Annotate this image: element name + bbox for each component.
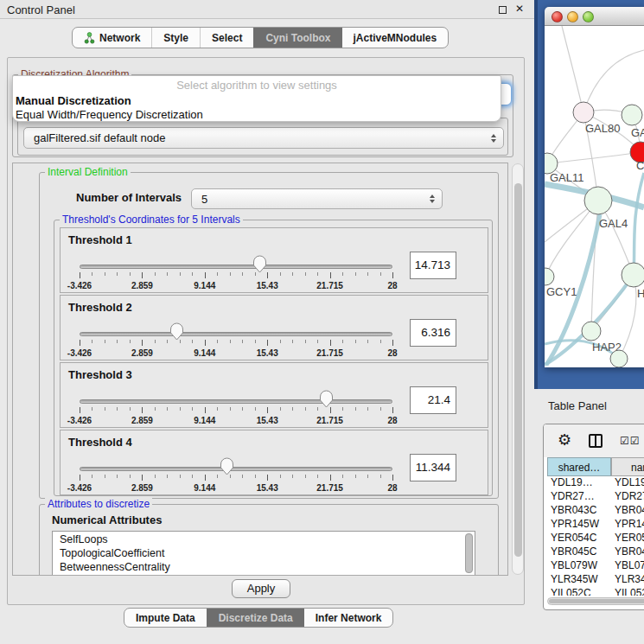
columns-icon[interactable] [589, 434, 603, 448]
float-window-icon[interactable] [499, 6, 507, 14]
tick-label: 21.715 [309, 281, 351, 290]
network-window-titlebar[interactable] [545, 7, 644, 26]
threshold-4-slider-thumb[interactable] [220, 457, 234, 475]
minor-tick [380, 272, 381, 276]
network-node-gcy1[interactable] [545, 268, 554, 285]
threshold-3-slider-track[interactable] [80, 399, 392, 404]
minor-tick [230, 272, 231, 276]
threshold-2-value-field[interactable]: 6.316 [410, 319, 456, 347]
table-row[interactable]: YDR27…YDR27… [544, 490, 644, 504]
tab-style[interactable]: Style [151, 28, 200, 48]
cell-shared-name: YDL19… [551, 476, 593, 488]
network-node[interactable] [610, 350, 628, 367]
cell-name: YDR27… [615, 490, 644, 502]
network-node-h[interactable] [622, 263, 644, 287]
tick-label: 21.715 [309, 416, 351, 425]
minor-tick [367, 407, 368, 411]
major-tick [142, 340, 143, 346]
algorithm-option-1[interactable]: Manual Discretization [16, 94, 131, 107]
table-row[interactable]: YBR045CYBR045C [544, 545, 644, 559]
threshold-1-slider-track[interactable] [80, 265, 392, 269]
table-row[interactable]: YDL19…YDL19… [544, 476, 644, 490]
tick-label: 2.859 [121, 281, 163, 290]
gear-icon[interactable]: ⚙ [558, 431, 571, 449]
cell-shared-name: YBR043C [551, 504, 596, 516]
attribute-list-item[interactable]: BetweennessCentrality [60, 561, 170, 573]
tab-cyni-toolbox[interactable]: Cyni Toolbox [253, 28, 341, 48]
threshold-2-slider-thumb[interactable] [169, 322, 184, 341]
network-node-ga[interactable] [622, 105, 642, 125]
network-node-gal4[interactable] [584, 187, 612, 214]
minor-tick [167, 272, 168, 276]
tab-select[interactable]: Select [200, 28, 253, 48]
column-header-shared-name[interactable]: shared… [547, 457, 611, 476]
threshold-4-slider-track[interactable] [80, 467, 392, 471]
threshold-1-value-field[interactable]: 14.713 [410, 252, 456, 279]
major-tick [142, 475, 143, 481]
minor-tick [217, 272, 218, 276]
table-row[interactable]: YBL079WYBL079W [544, 559, 644, 573]
numerical-attributes-list[interactable]: SelfLoopsTopologicalCoefficientBetweenne… [52, 531, 475, 576]
network-canvas[interactable]: GAL80GACGAL11GAL4GCY1HHAP2 [545, 26, 644, 367]
cell-name: YPR145W [615, 518, 644, 530]
close-icon[interactable]: ✕ [515, 3, 524, 15]
minimize-traffic-light-icon[interactable] [567, 11, 578, 22]
table-hscrollbar-thumb[interactable] [549, 599, 644, 603]
control-panel-titlebar: Control Panel ✕ [0, 0, 534, 19]
minor-tick [130, 475, 131, 478]
minor-tick [180, 340, 181, 343]
table-data-combobox[interactable]: galFiltered.sif default node [23, 127, 504, 149]
zoom-traffic-light-icon[interactable] [583, 11, 594, 22]
table-row[interactable]: YIL052CYIL052C [544, 587, 644, 596]
settings-scrollbar-thumb[interactable] [514, 183, 522, 557]
attribute-list-item[interactable]: SelfLoops [60, 533, 108, 545]
table-header-row: shared… name [544, 457, 644, 476]
major-tick [267, 475, 268, 481]
table-row[interactable]: YER054CYER054C [544, 532, 644, 545]
bottom-tab-impute-data[interactable]: Impute Data [124, 609, 207, 627]
threshold-2-tick-scale: -3.4262.8599.14415.4321.71528 [80, 340, 392, 348]
tab-network[interactable]: Network [73, 28, 151, 48]
network-node-hap2[interactable] [582, 322, 601, 341]
threshold-3-value-field[interactable]: 21.4 [410, 386, 456, 414]
num-intervals-combobox[interactable]: 5 [191, 188, 443, 209]
major-tick [392, 272, 393, 278]
minor-tick [292, 340, 293, 343]
interval-definition-title: Interval Definition [45, 166, 131, 178]
settings-scrollbar[interactable] [512, 163, 524, 575]
minor-tick [180, 272, 181, 276]
major-tick [205, 272, 206, 278]
column-header-name[interactable]: name [611, 457, 644, 476]
table-row[interactable]: YLR345WYLR345W [544, 573, 644, 587]
algorithm-option-2[interactable]: Equal Width/Frequency Discretization [16, 108, 203, 121]
minor-tick [155, 475, 156, 478]
threshold-2-slider-track[interactable] [80, 332, 392, 336]
minor-tick [305, 272, 306, 276]
table-row[interactable]: YPR145WYPR145W [544, 518, 644, 532]
major-tick [392, 407, 393, 413]
close-traffic-light-icon[interactable] [552, 11, 563, 22]
threshold-3-panel: Threshold 3-3.4262.8599.14415.4321.71528… [60, 362, 488, 428]
tick-label: 28 [372, 281, 413, 290]
table-row[interactable]: YBR043CYBR043C [544, 504, 644, 518]
threshold-1-slider-thumb[interactable] [252, 255, 267, 273]
threshold-4-value-field[interactable]: 11.344 [410, 454, 456, 481]
attribute-list-item[interactable]: TopologicalCoefficient [60, 547, 164, 559]
bottom-tab-discretize-data[interactable]: Discretize Data [207, 609, 304, 627]
table-data-group: Table Data galFiltered.sif default node [17, 118, 508, 156]
interval-definition-group: Interval Definition Number of Intervals … [39, 172, 499, 499]
network-node-gal80[interactable] [573, 102, 594, 123]
major-tick [330, 475, 331, 481]
minor-tick [380, 407, 381, 411]
threshold-3-slider-thumb[interactable] [319, 390, 334, 408]
threshold-3-tick-scale: -3.4262.8599.14415.4321.71528 [80, 407, 392, 415]
tab-jactivemnodules[interactable]: jActiveMNodules [342, 28, 449, 48]
bottom-tab-infer-network[interactable]: Infer Network [304, 609, 393, 627]
attributes-list-scrollbar[interactable] [465, 533, 473, 573]
combo-stepper-icon [430, 194, 435, 203]
table-horizontal-scrollbar[interactable] [547, 597, 644, 605]
minor-tick [217, 475, 218, 478]
apply-button[interactable]: Apply [232, 579, 290, 598]
select-checkboxes-icon[interactable]: ☑☑ [620, 435, 641, 447]
table-rows: YDL19…YDL19…YDR27…YDR27…YBR043CYBR043CYP… [544, 476, 644, 596]
